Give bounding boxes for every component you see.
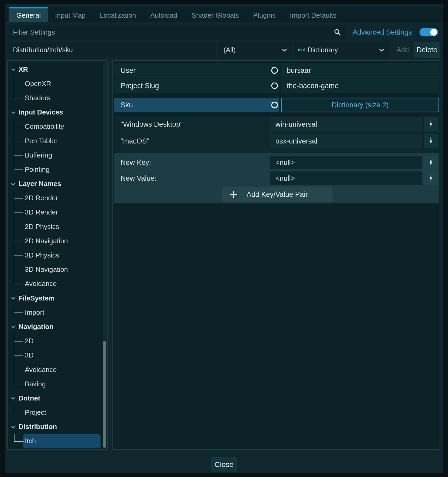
new-key-field[interactable]: <null> (270, 156, 422, 169)
dictionary-value-field[interactable]: osx-universal (270, 134, 422, 148)
tree-item-2d-physics[interactable]: 2D Physics (8, 220, 107, 234)
dictionary-entry-row: "Windows Desktop" win-universal (114, 117, 439, 131)
revert-icon[interactable] (270, 100, 280, 110)
edit-new-key-button[interactable] (424, 156, 438, 169)
edit-new-value-button[interactable] (424, 171, 438, 185)
settings-tree-panel: XR OpenXR Shaders Input Devices Compatib… (7, 60, 108, 450)
tree-item-avoidance[interactable]: Avoidance (8, 277, 107, 291)
tree-item-pen-tablet[interactable]: Pen Tablet (8, 134, 107, 148)
tree-section-dotnet[interactable]: Dotnet (8, 391, 107, 405)
tree-item-label: 2D (25, 337, 34, 345)
tree-item-baking[interactable]: Baking (8, 377, 107, 391)
tree-item-label: Layer Names (18, 180, 61, 188)
tree-section-distribution[interactable]: Distribution (8, 420, 107, 434)
tree-item-avoidance-nav[interactable]: Avoidance (8, 362, 107, 377)
property-label-text: User (121, 66, 136, 75)
tree-item-label: Navigation (18, 323, 54, 331)
tab-input-map[interactable]: Input Map (48, 7, 93, 22)
tree-item-import[interactable]: Import (8, 305, 107, 319)
tree-item-label: 2D Render (25, 194, 58, 202)
tree-item-label: 2D Physics (25, 223, 59, 231)
tree-item-label: 3D Render (25, 208, 58, 216)
tab-label: Localization (100, 11, 136, 20)
dictionary-value-text: win-universal (275, 120, 317, 128)
dialog-footer: Close (5, 456, 443, 473)
tree-item-openxr[interactable]: OpenXR (8, 77, 107, 91)
property-row-project-slug: Project Slug the-bacon-game (114, 79, 439, 93)
property-value-field[interactable]: bursaar (281, 63, 439, 78)
new-value-field[interactable]: <null> (270, 171, 422, 185)
tree-item-label: Baking (25, 380, 46, 388)
delete-button[interactable]: Delete (414, 42, 440, 58)
edit-value-button[interactable] (424, 117, 438, 131)
tree-item-2d-navigation[interactable]: 2D Navigation (8, 234, 107, 248)
pencil-icon (427, 175, 434, 182)
tree-item-2d-render[interactable]: 2D Render (8, 191, 107, 205)
tree-item-3d-physics[interactable]: 3D Physics (8, 248, 107, 262)
null-value-text: <null> (275, 159, 295, 167)
property-value-field[interactable]: the-bacon-game (281, 79, 439, 93)
tree-item-itch[interactable]: Itch (8, 434, 107, 448)
tab-general[interactable]: General (9, 7, 48, 22)
add-key-value-pair-button[interactable]: Add Key/Value Pair (222, 187, 332, 202)
tree-section-filesystem[interactable]: FileSystem (8, 291, 107, 305)
tab-label: Plugins (253, 11, 275, 20)
tree-item-buffering[interactable]: Buffering (8, 148, 107, 162)
add-button[interactable]: Add (392, 42, 414, 58)
tree-scrollbar-thumb[interactable] (103, 341, 106, 448)
tree-item-label: 2D Navigation (25, 237, 68, 245)
tree-item-3d-render[interactable]: 3D Render (8, 205, 107, 220)
tab-label: Autoload (150, 11, 177, 20)
dictionary-size-button[interactable]: Dictionary (size 2) (281, 98, 439, 112)
dictionary-key-label: "macOS" (121, 134, 149, 148)
project-settings-window: General Input Map Localization Autoload … (0, 0, 448, 477)
revert-icon[interactable] (270, 65, 280, 75)
tree-section-input-devices[interactable]: Input Devices (8, 105, 107, 120)
edit-value-button[interactable] (424, 134, 438, 148)
tab-autoload[interactable]: Autoload (143, 7, 184, 22)
type-dropdown[interactable]: dict Dictionary (294, 42, 389, 58)
tree-section-xr[interactable]: XR (8, 62, 107, 77)
tree-item-shaders[interactable]: Shaders (8, 91, 107, 105)
project-settings-dialog: General Input Map Localization Autoload … (5, 4, 443, 473)
tab-localization[interactable]: Localization (93, 7, 143, 22)
chevron-down-icon (11, 67, 16, 72)
tree-item-label: Avoidance (25, 280, 57, 288)
toggle-knob (430, 29, 437, 36)
dictionary-value-field[interactable]: win-universal (270, 117, 422, 131)
filter-settings-input[interactable]: Filter Settings (7, 25, 346, 40)
tree-section-navigation[interactable]: Navigation (8, 319, 107, 334)
tree-item-2d[interactable]: 2D (8, 334, 107, 348)
dictionary-value-text: osx-universal (275, 137, 317, 145)
property-name-input[interactable]: Distribution/Itch/sku (7, 42, 216, 58)
null-value-text: <null> (275, 174, 295, 183)
tree-item-pointing[interactable]: Pointing (8, 162, 107, 177)
filter-row: Filter Settings Advanced Settings (5, 25, 443, 40)
chevron-down-icon (11, 296, 16, 301)
tree-item-compatibility[interactable]: Compatibility (8, 120, 107, 134)
tab-label: Input Map (55, 11, 86, 20)
property-value-text: bursaar (287, 66, 311, 75)
tree-item-label: 3D Physics (25, 251, 59, 259)
advanced-settings-toggle[interactable] (420, 28, 438, 36)
tree-item-3d-navigation[interactable]: 3D Navigation (8, 263, 107, 277)
tab-plugins[interactable]: Plugins (246, 7, 283, 22)
tree-section-layer-names[interactable]: Layer Names (8, 177, 107, 191)
tab-shader-globals[interactable]: Shader Globals (184, 7, 246, 22)
revert-icon[interactable] (270, 81, 280, 91)
dictionary-key-label: "Windows Desktop" (121, 117, 183, 131)
tree-item-label: Avoidance (25, 366, 57, 374)
tree-item-label: XR (18, 65, 28, 74)
feature-filter-dropdown[interactable]: (All) (218, 42, 292, 58)
property-name-value: Distribution/Itch/sku (13, 46, 73, 54)
tree-item-3d[interactable]: 3D (8, 348, 107, 362)
tree-item-label: Dotnet (18, 394, 40, 402)
tree-item-label: Itch (25, 437, 36, 445)
dictionary-type-icon: dict (298, 47, 305, 53)
close-button[interactable]: Close (211, 457, 237, 472)
tab-import-defaults[interactable]: Import Defaults (283, 7, 344, 22)
pencil-icon (427, 138, 434, 145)
tree-item-label: Input Devices (18, 108, 63, 116)
new-key-row: New Key: <null> (114, 156, 439, 169)
tree-item-project[interactable]: Project (8, 406, 107, 420)
